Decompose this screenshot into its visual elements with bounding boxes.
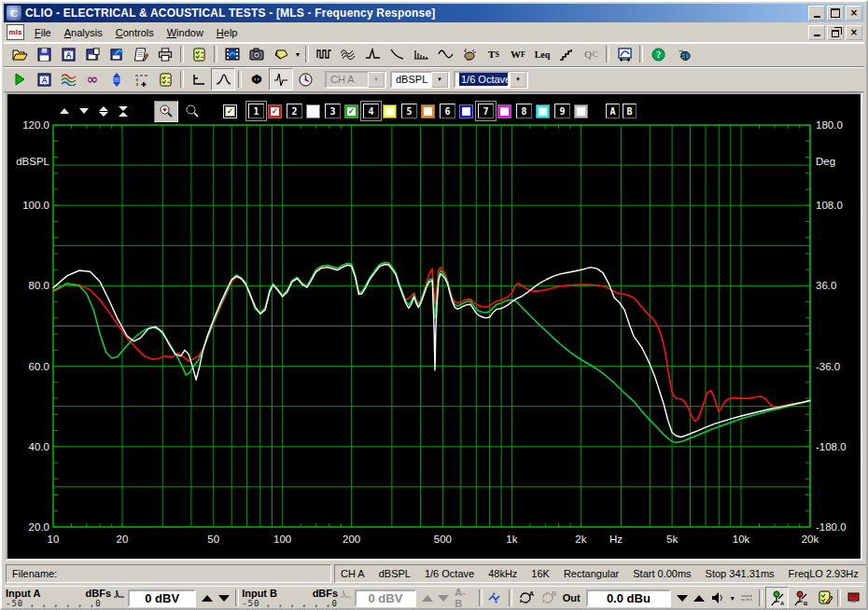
input-b-up-button[interactable]	[419, 589, 436, 606]
curve-slot-9-button[interactable]: 9	[554, 104, 570, 118]
curves	[53, 262, 810, 442]
time-clock-button[interactable]	[293, 68, 317, 90]
input-a-down-button[interactable]	[216, 589, 232, 606]
mls-document-icon[interactable]: mls	[7, 24, 24, 40]
print-button[interactable]	[153, 43, 177, 65]
mic-a-button[interactable]: A	[765, 587, 790, 609]
frequency-view-button[interactable]	[211, 68, 235, 90]
mls-analysis-button[interactable]	[312, 43, 336, 65]
compress-scale-button[interactable]	[115, 104, 132, 118]
title-bar[interactable]: C CLIO - ELECTRICAL & ACOUSTICAL TESTS -…	[4, 4, 864, 22]
curve-slot-1-button[interactable]: 1	[248, 104, 264, 118]
curve-slot-5-button[interactable]: 5	[401, 104, 417, 118]
curve-slot-5-checkbox[interactable]	[422, 105, 434, 118]
menu-item-help[interactable]: Help	[210, 24, 245, 41]
dc-output-button[interactable]	[737, 587, 756, 609]
distortion-analysis-button[interactable]	[457, 43, 482, 65]
autoscale-button[interactable]	[105, 68, 129, 90]
speaker-options-dropdown[interactable]: ▼	[728, 588, 737, 608]
erase-button[interactable]	[269, 43, 293, 65]
compare-b-button[interactable]: B	[623, 104, 637, 118]
decay-analysis-button[interactable]	[385, 43, 409, 65]
save-file-button[interactable]	[32, 43, 56, 65]
close-button[interactable]: ×	[846, 6, 862, 21]
waterfall-analysis-button[interactable]	[336, 43, 360, 65]
loopback-b-button[interactable]: B	[538, 587, 560, 609]
time-domain-view-button[interactable]	[187, 68, 211, 90]
loop-measurement-button[interactable]: ∞	[80, 68, 105, 90]
curve-slot-8-button[interactable]: 8	[516, 104, 532, 118]
zoom-in-button[interactable]	[154, 101, 178, 122]
child-minimize-button[interactable]	[808, 25, 825, 40]
qc-button[interactable]: QC	[579, 43, 603, 65]
curve-slot-2-checkbox[interactable]	[307, 105, 319, 118]
loopback-a-button[interactable]: A	[515, 587, 538, 609]
curve-slot-7-checkbox[interactable]	[498, 105, 511, 118]
frequency-response-plot[interactable]: 120.0100.080.060.040.020.0dBSPL180.0108.…	[7, 94, 861, 559]
input-a-up-button[interactable]	[199, 589, 216, 606]
curve-slot-4-button[interactable]: 4	[363, 104, 379, 118]
about-button[interactable]: ?	[670, 43, 694, 65]
autostore-button[interactable]	[129, 68, 153, 90]
save-memory-a-button[interactable]: A	[56, 43, 80, 65]
export-data-button[interactable]	[129, 43, 153, 65]
autorange-button[interactable]	[485, 587, 506, 609]
impulse-analysis-button[interactable]	[360, 43, 385, 65]
menu-item-file[interactable]: File	[28, 24, 58, 41]
curve-slot-3-checkbox[interactable]: ✓	[345, 105, 357, 118]
expand-scale-button[interactable]	[95, 104, 112, 118]
mic-settings-button[interactable]	[813, 587, 837, 609]
menu-item-analysis[interactable]: Analysis	[58, 24, 109, 41]
ts-parameters-button[interactable]: TS	[482, 43, 506, 65]
leq-analysis-button[interactable]: Leq	[530, 43, 554, 65]
snapshot-button[interactable]	[245, 43, 269, 65]
mic-b-button[interactable]: B	[789, 587, 813, 609]
curve-slot-9-checkbox[interactable]	[575, 105, 587, 118]
input-b-down-button[interactable]	[436, 589, 453, 606]
options-button[interactable]	[187, 43, 211, 65]
curve-slot-1-checkbox[interactable]: ✓	[269, 105, 281, 118]
speaker-mute-button[interactable]	[707, 587, 728, 609]
group-delay-button[interactable]	[269, 68, 293, 90]
phase-display-button[interactable]: Φ	[245, 68, 269, 90]
wow-flutter-button[interactable]: WF	[506, 43, 530, 65]
curve-slot-6-button[interactable]: 6	[440, 104, 455, 118]
mls-settings-button[interactable]	[153, 68, 177, 90]
save-curve-button[interactable]	[105, 43, 129, 65]
channel-select[interactable]: CH A ▼	[325, 71, 386, 89]
ab-compare-button[interactable]: A-B	[455, 587, 472, 609]
resize-window-button[interactable]	[612, 43, 637, 65]
curve-slot-3-button[interactable]: 3	[325, 104, 341, 118]
active-curve-checkbox[interactable]: ✓	[224, 105, 236, 118]
help-button[interactable]: ?	[646, 43, 670, 65]
child-close-button[interactable]: ×	[846, 25, 862, 40]
movie-capture-button[interactable]	[220, 43, 245, 65]
start-measurement-button[interactable]	[7, 68, 32, 90]
open-file-button[interactable]	[7, 43, 32, 65]
minimize-button[interactable]	[808, 6, 825, 21]
maximize-button[interactable]	[827, 6, 844, 21]
unit-select[interactable]: dBSPL ▼	[390, 71, 450, 89]
rta-analysis-button[interactable]	[409, 43, 433, 65]
display-curves-button[interactable]	[56, 68, 80, 90]
menu-item-controls[interactable]: Controls	[109, 24, 161, 41]
compare-a-button[interactable]: A	[606, 104, 620, 118]
child-restore-button[interactable]	[827, 25, 844, 40]
sinusoidal-analysis-button[interactable]	[433, 43, 457, 65]
smoothing-select[interactable]: 1/6 Octave ▼	[454, 71, 528, 89]
out-up-button[interactable]	[691, 589, 707, 606]
scale-down-button[interactable]	[76, 104, 92, 118]
curve-slot-8-checkbox[interactable]	[537, 105, 549, 118]
linearity-analysis-button[interactable]	[554, 43, 579, 65]
autosave-button[interactable]: A	[32, 68, 56, 90]
curve-slot-6-checkbox[interactable]	[460, 105, 472, 118]
out-down-button[interactable]	[674, 589, 691, 606]
curve-slot-7-button[interactable]: 7	[478, 104, 494, 118]
zoom-out-button[interactable]	[181, 102, 203, 121]
menu-item-window[interactable]: Window	[161, 24, 210, 41]
erase-options-dropdown[interactable]: ▼	[293, 44, 302, 64]
curve-slot-4-checkbox[interactable]	[384, 105, 396, 118]
scale-up-button[interactable]	[56, 104, 73, 118]
save-copy-button[interactable]	[80, 43, 105, 65]
curve-slot-2-button[interactable]: 2	[287, 104, 302, 118]
